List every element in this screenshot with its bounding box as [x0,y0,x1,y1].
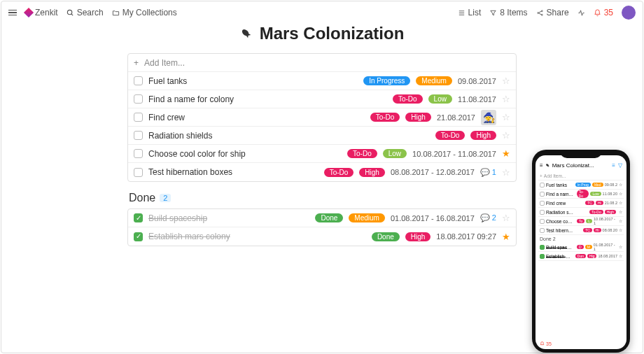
phone-mockup: ≡ Mars Colonizat... ≡▽ +Add Item...Fuel … [532,150,630,353]
rocket-icon [237,24,255,42]
status-pill: To-Do [347,149,377,158]
phone-list-icon: ≡ [612,162,615,169]
task-row[interactable]: Fuel tanksIn ProgressMedium09.08.2017☆ [128,72,516,90]
app-name-label: Zenkit [35,8,58,17]
task-checkbox[interactable] [134,213,143,222]
status-pill: Done [372,232,400,241]
star-icon[interactable]: ★ [502,232,510,242]
task-checkbox[interactable] [134,131,143,140]
priority-pill: Low [383,149,407,158]
done-label: Done [129,192,155,204]
task-row[interactable]: Radiation shieldsTo-DoHigh☆ [128,127,516,145]
search-icon [66,9,74,17]
task-list: + Add Item... Fuel tanksIn ProgressMediu… [127,53,517,182]
task-date: 01.08.2017 - 16.08.2017 [391,214,475,222]
task-title: Choose cool color for ship [148,149,246,159]
page-title-row: Mars Colonization [1,24,643,43]
task-title: Fuel tanks [148,76,187,86]
comment-count[interactable]: 💬 2 [480,213,496,222]
phone-row: Fuel tanksIn ProgMed09.08.2☆ [538,180,624,190]
phone-screen: ≡ Mars Colonizat... ≡▽ +Add Item...Fuel … [536,155,626,349]
task-checkbox[interactable] [134,76,143,85]
assignee-avatar[interactable]: 🧙 [481,110,496,125]
status-pill: In Progress [363,76,410,85]
task-date: 10.08.2017 - 11.08.2017 [412,150,496,158]
diamond-icon [24,8,34,17]
task-checkbox[interactable] [134,232,143,241]
priority-pill: High [470,131,496,140]
task-title: Find a name for colony [148,94,234,104]
svg-point-6 [541,10,542,11]
task-date: 11.08.2017 [458,95,496,104]
collections-link[interactable]: My Collections [112,8,177,17]
star-icon[interactable]: ☆ [502,94,510,104]
phone-add-row: +Add Item... [538,171,624,180]
priority-pill: Medium [416,76,452,85]
star-icon[interactable]: ☆ [502,130,510,141]
phone-menu-icon: ≡ [540,162,543,169]
comment-count[interactable]: 💬 1 [480,168,496,177]
plus-icon: + [134,58,139,68]
app-frame: Zenkit Search My Collections List 8 Item… [1,1,643,353]
task-row[interactable]: Establish mars colonyDoneHigh18.08.2017 … [128,227,516,246]
filter-button[interactable]: 8 Items [489,8,527,17]
svg-point-0 [67,10,71,14]
task-title: Radiation shields [148,131,212,141]
status-pill: To-Do [324,168,354,177]
task-checkbox[interactable] [134,94,143,104]
phone-done-section: Done 2 [538,235,624,243]
add-item-row[interactable]: + Add Item... [128,54,516,72]
filter-icon [489,9,497,17]
status-pill: To-Do [370,113,400,122]
task-title: Build spaceship [148,213,207,223]
task-checkbox[interactable] [134,168,143,177]
phone-row: Establish mars...DonHig18.08.2017☆ [538,252,624,261]
phone-title: Mars Colonizat... [552,162,594,169]
priority-pill: Medium [349,213,385,222]
priority-pill: Low [428,94,452,104]
svg-line-1 [71,13,73,15]
star-icon[interactable]: ☆ [502,167,510,178]
phone-notifications: 35 [536,339,626,349]
svg-line-9 [538,13,541,14]
priority-pill: High [359,168,385,177]
star-icon[interactable]: ★ [502,148,510,159]
share-button[interactable]: Share [536,8,569,17]
star-icon[interactable]: ☆ [502,213,510,223]
notifications-button[interactable]: 35 [594,8,613,17]
app-logo[interactable]: Zenkit [25,8,58,17]
task-row[interactable]: Find crewTo-DoHigh21.08.2017🧙☆ [128,108,516,127]
done-count: 2 [160,194,171,202]
page-title: Mars Colonization [260,24,405,43]
task-checkbox[interactable] [134,113,143,122]
priority-pill: High [405,232,431,241]
phone-row: Radiation shieldsTo-DoHigh☆ [538,208,624,217]
bell-icon [594,9,601,17]
task-checkbox[interactable] [134,149,143,158]
star-icon[interactable]: ☆ [502,76,510,86]
task-row[interactable]: Find a name for colonyTo-DoLow11.08.2017… [128,90,516,108]
done-section-header: Done 2 [129,192,517,204]
done-list: Build spaceshipDoneMedium01.08.2017 - 16… [127,208,517,246]
phone-row: Find crewTCHi21.08.2☆ [538,199,624,208]
search-button[interactable]: Search [66,8,104,17]
list-icon [458,9,465,17]
status-pill: Done [315,213,343,222]
share-icon [536,9,544,17]
star-icon[interactable]: ☆ [502,112,510,122]
phone-row: Choose cool c...ToL10.08.2017 - 1☆ [538,217,624,226]
activity-button[interactable] [578,9,585,17]
task-title: Establish mars colony [148,232,230,241]
task-date: 09.08.2017 [458,77,496,85]
phone-bell-icon [540,341,545,346]
task-date: 21.08.2017 [437,113,475,122]
phone-row: Find a name f...To-DoLow11.08.20☆ [538,190,624,199]
user-avatar[interactable] [622,6,636,20]
menu-icon[interactable] [8,10,17,16]
task-date: 18.08.2017 09:27 [436,232,496,241]
task-row[interactable]: Build spaceshipDoneMedium01.08.2017 - 16… [128,209,516,227]
task-row[interactable]: Test hibernation boxesTo-DoHigh08.08.201… [128,163,516,181]
svg-point-7 [541,14,542,15]
view-list[interactable]: List [458,8,482,17]
task-row[interactable]: Choose cool color for shipTo-DoLow10.08.… [128,145,516,163]
